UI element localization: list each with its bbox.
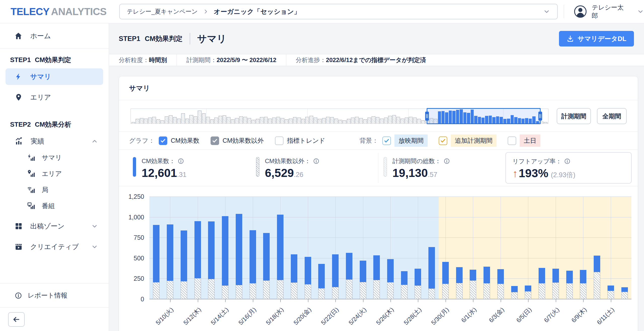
sidebar-item[interactable]: サマリ <box>6 68 103 85</box>
stacked-bar <box>153 225 159 299</box>
chevron-down-icon <box>637 8 644 15</box>
bar-cm-effect <box>497 269 504 284</box>
bar-non-cm-effect <box>580 283 586 299</box>
sidebar-subitem[interactable]: 番組 <box>0 198 109 214</box>
info-icon[interactable] <box>564 158 571 165</box>
bar-cm-effect <box>428 247 435 289</box>
sidebar-subitem-label: サマリ <box>42 153 62 162</box>
stacked-bar <box>608 286 614 299</box>
bar-cm-effect <box>360 261 366 282</box>
toggle-label: 指標トレンド <box>287 136 325 145</box>
bar-cm-effect <box>236 214 242 285</box>
sidebar-item[interactable]: クリエイティブ <box>6 239 103 255</box>
report-selector[interactable]: テレシー_夏キャンペーン オーガニック「セッション」 <box>119 4 558 19</box>
tv-chart-icon <box>27 202 35 210</box>
toggle-checked[interactable]: 追加計測期間 <box>439 134 497 147</box>
step-prefix: STEP1 <box>119 35 140 43</box>
kpi-decimal: .31 <box>177 171 187 178</box>
sidebar-subitem[interactable]: 局 <box>0 182 109 198</box>
info-icon[interactable] <box>178 158 184 164</box>
sidebar-subitem-label: 局 <box>42 185 48 194</box>
pin-icon <box>15 93 23 101</box>
bar-cm-effect <box>194 221 201 278</box>
checkbox-icon[interactable] <box>159 136 167 145</box>
kpi-liftup-rate: リフトアップ率：↑193%(2.93倍) <box>505 152 632 184</box>
stacked-bar <box>580 270 586 299</box>
mini-bar <box>194 116 197 123</box>
summary-download-button[interactable]: サマリデータDL <box>559 31 634 46</box>
checkbox-icon[interactable] <box>275 136 284 145</box>
info-icon[interactable] <box>313 158 319 164</box>
mini-bar <box>297 118 301 123</box>
kpi-label: リフトアップ率： <box>512 157 561 165</box>
toggle-checked[interactable]: CM効果数以外 <box>211 136 264 145</box>
sidebar-item[interactable]: 実績 <box>6 133 103 150</box>
kpi-label: CM効果数： <box>142 157 175 165</box>
sidebar-item-label: 実績 <box>31 137 44 146</box>
mini-bar <box>252 120 255 123</box>
stacked-bar <box>387 259 394 299</box>
kpi-value: 193% <box>519 167 548 180</box>
mini-bar <box>285 119 288 123</box>
stacked-bar <box>318 264 325 299</box>
stacked-bar <box>167 224 173 299</box>
sidebar-item-home[interactable]: ホーム <box>0 23 109 49</box>
mini-bar <box>301 119 305 123</box>
checkbox-icon[interactable] <box>439 136 447 145</box>
kpi-multiplier: (2.93倍) <box>551 171 576 179</box>
brush-handle-right[interactable] <box>538 112 542 121</box>
bar-non-cm-effect <box>484 283 490 299</box>
bar-non-cm-effect <box>497 284 504 299</box>
sidebar-subitem[interactable]: サマリ <box>0 150 109 166</box>
bolt-icon <box>15 73 23 81</box>
mini-bar <box>156 119 160 123</box>
mini-bar <box>248 118 251 123</box>
mini-bar <box>309 116 313 123</box>
bar-non-cm-effect <box>208 279 215 299</box>
brush-handle-left[interactable] <box>425 112 429 121</box>
sidebar-item[interactable]: エリア <box>6 89 103 106</box>
stacked-bar <box>222 216 228 299</box>
brush-selection[interactable] <box>427 108 541 124</box>
mini-bar <box>330 117 334 123</box>
collapse-sidebar-button[interactable] <box>8 312 25 327</box>
mini-bar <box>181 113 185 123</box>
background-group-label: 背景： <box>359 136 378 145</box>
sidebar-item[interactable]: 出稿ゾーン <box>6 218 103 234</box>
sidebar-subitem-label: 番組 <box>42 202 55 210</box>
stacked-bar <box>470 270 476 299</box>
overview-brush-chart[interactable] <box>131 109 548 124</box>
bar-cm-effect <box>484 267 490 283</box>
measurement-period-button[interactable]: 計測期間 <box>557 108 591 124</box>
bar-cm-effect <box>456 267 463 283</box>
all-period-button[interactable]: 全期間 <box>597 108 627 124</box>
toggle-unchecked[interactable]: 土日 <box>508 134 540 147</box>
info-icon[interactable] <box>444 158 450 164</box>
sidebar-subitem[interactable]: エリア <box>0 166 109 182</box>
user-menu[interactable]: テレシー太郎 <box>564 3 644 20</box>
report-info-link[interactable]: レポート情報 <box>0 283 109 307</box>
x-axis-label: 6/11(土) <box>595 306 616 326</box>
home-icon <box>14 32 23 40</box>
mini-bar <box>347 119 350 123</box>
toggle-unchecked[interactable]: 指標トレンド <box>275 136 325 145</box>
checkbox-icon[interactable] <box>508 136 516 145</box>
mini-bar <box>140 118 143 123</box>
mini-bar <box>177 119 181 123</box>
mini-bar <box>210 119 214 123</box>
mini-bar <box>272 118 276 123</box>
sidebar-item-label: 出稿ゾーン <box>30 222 64 231</box>
chart-toggles-row: グラフ： CM効果数CM効果数以外指標トレンド 背景： 放映期間追加計測期間土日 <box>119 132 638 150</box>
y-axis-label: 1,000 <box>119 213 144 221</box>
mini-bar <box>136 119 139 123</box>
bar-non-cm-effect <box>250 283 256 299</box>
checkbox-icon[interactable] <box>382 136 391 145</box>
checkbox-icon[interactable] <box>211 136 219 145</box>
toggle-checked[interactable]: 放映期間 <box>382 134 428 147</box>
bar-cm-effect <box>552 269 559 282</box>
mini-bar <box>219 116 222 123</box>
y-axis-label: 1,250 <box>119 193 144 200</box>
bar-non-cm-effect <box>539 283 545 299</box>
bar-non-cm-effect <box>222 286 228 299</box>
toggle-checked[interactable]: CM効果数 <box>159 136 199 145</box>
